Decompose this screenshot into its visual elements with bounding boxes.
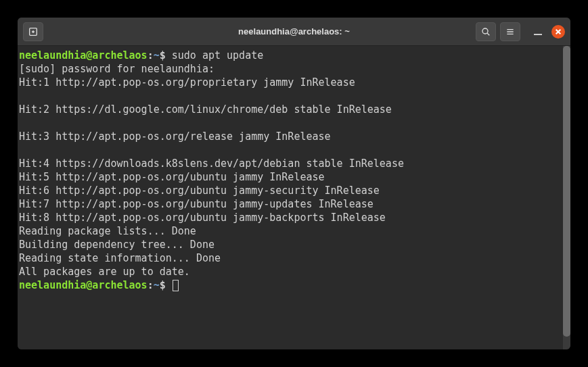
window-title: neelaundhia@archelaos: ~ [238,26,350,36]
search-icon [480,26,491,37]
close-button[interactable] [551,25,565,39]
scrollbar-track[interactable] [563,46,570,349]
close-icon [555,28,562,35]
terminal-window: neelaundhia@archelaos: ~ [18,18,570,349]
minimize-button[interactable] [534,34,542,35]
svg-line-4 [487,33,489,35]
terminal-content[interactable]: neelaundhia@archelaos:~$ sudo apt update… [18,46,563,349]
scrollbar-thumb[interactable] [563,46,570,337]
menu-button[interactable] [500,22,520,41]
titlebar: neelaundhia@archelaos: ~ [18,18,570,46]
terminal-body: neelaundhia@archelaos:~$ sudo apt update… [18,46,570,349]
search-button[interactable] [476,22,496,41]
new-tab-button[interactable] [23,22,43,41]
new-tab-icon [28,26,39,37]
svg-point-3 [482,28,488,34]
hamburger-icon [505,26,516,37]
